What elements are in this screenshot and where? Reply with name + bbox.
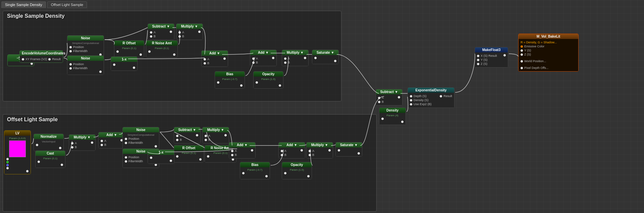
node-multiply-ol2[interactable]: Multiply ▼ A B <box>202 127 229 143</box>
node-subtract-ol[interactable]: Subtract ▼ A B <box>174 127 201 143</box>
node-m-vol-bake[interactable]: M_Vol_BakeLit R = Density, G = Shadow...… <box>518 34 579 72</box>
node-noise-ol1[interactable]: Noise SimplexComputational Position Filt… <box>122 127 159 150</box>
node-add-ol2[interactable]: Add ▼ A B <box>229 142 256 159</box>
node-saturate-ol[interactable]: Saturate ▼ <box>335 142 362 157</box>
node-r-offset[interactable]: R Offset Param (0,1) <box>114 40 144 58</box>
node-subtract1[interactable]: Subtract ▼ A B <box>148 24 174 40</box>
node-r-noise-amt[interactable]: R Noise Amt Param (0,1) <box>146 40 178 58</box>
node-noise1[interactable]: Noise SimplexComputational Position Filt… <box>67 35 104 58</box>
node-lv-param[interactable]: LV Param (1,0,0) <box>4 130 31 174</box>
tab-offset-light-sample[interactable]: Offset Light Sample <box>47 1 87 8</box>
node-exp-density[interactable]: ExponentialDensity Depth (S) Density (S)… <box>408 87 454 108</box>
node-cast[interactable]: Cast Param (0,1) <box>35 151 65 168</box>
node-add-ol3[interactable]: Add ▼ A B <box>278 142 305 159</box>
node-add1[interactable]: Add ▼ A B <box>201 50 228 67</box>
node-opacity[interactable]: Opacity Param (1.0) <box>253 71 283 89</box>
node-make-float3[interactable]: MakeFloat3 X (S) Result Y (S) Z (S) <box>475 47 508 68</box>
node-saturate[interactable]: Saturate ▼ <box>312 50 339 64</box>
tab-bar: Single Sample Density Offset Light Sampl… <box>1 1 87 8</box>
node-density-param[interactable]: Density Param (4) <box>379 108 406 125</box>
node-multiply2[interactable]: Multiply ▼ A B <box>282 50 309 66</box>
node-multiply-ol3[interactable]: Multiply ▼ A B <box>306 142 333 159</box>
node-subtract-main[interactable]: Subtract ▼ A B <box>376 89 402 105</box>
node-opacity-ol[interactable]: Opacity Param (1.0) <box>282 162 312 179</box>
node-multiply1[interactable]: Multiply ▼ A B <box>176 24 203 40</box>
node-add-ol1[interactable]: Add ▼ A B <box>98 132 125 148</box>
node-bias-ol[interactable]: Bias Param (-0.7) <box>240 162 270 179</box>
node-one-minus[interactable]: 1-x <box>111 56 138 71</box>
node-noise2[interactable]: Noise Position FilterWidth <box>67 55 104 75</box>
node-encode-volume[interactable]: EncodeVolumeCoordinates XY Frames (V2) R… <box>19 50 63 63</box>
group-title-single-sample: Single Sample Density <box>3 11 341 21</box>
tab-single-sample-density[interactable]: Single Sample Density <box>1 1 46 8</box>
node-add2[interactable]: Add ▼ A B <box>250 50 277 66</box>
node-one-minus-ol[interactable]: 1-x <box>148 150 174 164</box>
main-canvas: Single Sample Density Offset Light Sampl… <box>0 0 644 213</box>
node-bias[interactable]: Bias Param (-0.7) <box>215 71 245 89</box>
node-multiply-ol[interactable]: Multiply ▼ A B <box>69 134 96 151</box>
node-r-offset-ol[interactable]: R Offset Param (0,1) <box>174 145 204 163</box>
node-normalize[interactable]: Normalize VectorInput <box>34 134 64 151</box>
group-title-offset-light: Offset Light Sample <box>3 115 376 125</box>
